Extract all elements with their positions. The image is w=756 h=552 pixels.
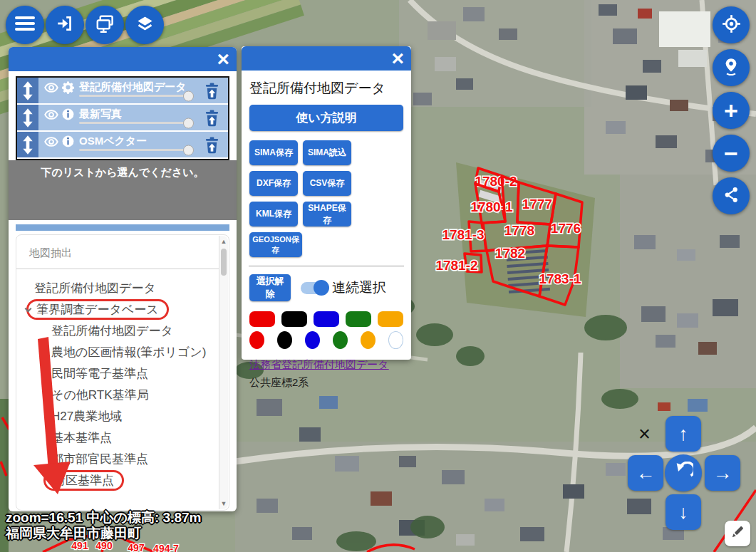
pan-down-button[interactable]: ↓	[666, 494, 701, 530]
parcel-1781-2[interactable]	[465, 254, 482, 272]
reorder-updown-icon[interactable]	[17, 132, 38, 157]
tool-panel-header: ×	[242, 46, 411, 71]
pan-left-button[interactable]: ←	[628, 455, 663, 491]
close-icon[interactable]: ×	[391, 46, 404, 71]
export-button[interactable]: SIMA保存	[249, 140, 298, 165]
layers-button[interactable]	[125, 6, 164, 44]
eye-icon[interactable]	[44, 135, 58, 152]
dataset-list: 登記所備付地図データ筆界調査データベース登記所備付地図データ農地の区画情報(筆ポ…	[16, 269, 229, 491]
slider-knob[interactable]	[183, 90, 194, 101]
arrow-up-icon: ↑	[678, 423, 688, 445]
list-item-label: 農地の区画情報(筆ポリゴン)	[51, 345, 206, 359]
layer-row[interactable]: 最新写真	[17, 105, 228, 132]
continuous-select-toggle[interactable]	[301, 282, 326, 294]
undo-view-button[interactable]	[665, 454, 702, 491]
arrow-left-icon: ←	[636, 462, 656, 484]
arrow-right-icon: →	[713, 462, 732, 484]
trash-upload-icon[interactable]	[204, 83, 220, 103]
close-icon[interactable]: ×	[638, 424, 651, 444]
color-swatch[interactable]	[281, 311, 307, 327]
trash-upload-icon[interactable]	[204, 110, 220, 130]
deselect-button[interactable]: 選択解除	[249, 274, 291, 301]
export-button[interactable]: SIMA読込	[303, 140, 351, 165]
list-item[interactable]: H27農業地域	[16, 406, 229, 427]
info-icon[interactable]	[61, 135, 75, 151]
color-swatches	[249, 311, 403, 327]
list-item[interactable]: 基本基準点	[16, 427, 229, 449]
list-item[interactable]: 農地の区画情報(筆ポリゴン)	[16, 342, 229, 363]
scroll-thumb[interactable]	[221, 249, 227, 276]
list-item[interactable]: 都市部官民基準点	[16, 449, 229, 470]
color-circle[interactable]	[333, 331, 348, 349]
color-circle[interactable]	[305, 331, 320, 349]
menu-icon	[15, 16, 35, 34]
scrollbar[interactable]: ▲ ▼	[219, 236, 228, 509]
list-item[interactable]: 登記所備付地図データ	[16, 321, 229, 342]
list-item[interactable]: 民間等電子基準点	[16, 363, 229, 385]
opacity-slider[interactable]	[79, 95, 194, 97]
eye-icon[interactable]	[44, 80, 58, 98]
export-button[interactable]: SHAPE保存	[303, 202, 351, 226]
opacity-slider[interactable]	[79, 149, 194, 151]
pin-drop-button[interactable]	[713, 49, 750, 86]
list-item[interactable]: 登記所備付地図データ	[16, 278, 229, 299]
close-icon[interactable]: ×	[217, 47, 229, 71]
pan-up-button[interactable]: ↑	[666, 416, 701, 452]
eye-icon[interactable]	[44, 108, 58, 125]
map-extract-card: 地図抽出 登記所備付地図データ筆界調査データベース登記所備付地図データ農地の区画…	[16, 234, 229, 511]
zoom-out-button[interactable]: −	[713, 135, 750, 172]
color-circle[interactable]	[249, 331, 264, 349]
moj-data-link[interactable]: 法務省登記所備付地図データ	[249, 358, 389, 372]
reorder-updown-icon[interactable]	[17, 105, 38, 130]
arrow-down-icon: ↓	[678, 501, 688, 524]
zoom-in-icon: +	[724, 98, 738, 123]
color-swatch[interactable]	[249, 311, 275, 327]
color-circle[interactable]	[361, 331, 376, 349]
slider-knob[interactable]	[183, 118, 194, 128]
gear-icon[interactable]	[61, 80, 75, 97]
list-item-label: 民間等電子基準点	[51, 367, 148, 380]
export-button[interactable]: DXF保存	[249, 171, 298, 196]
layer-list-panel: × 登記所備付地図データ最新写真OSMベクター 下のリストから選んでください。 …	[9, 47, 237, 511]
list-item-label: 筆界調査データベース	[26, 299, 169, 320]
reorder-updown-icon[interactable]	[17, 78, 38, 103]
registry-map-tool-panel: × 登記所備付地図データ 使い方説明 SIMA保存SIMA読込DXF保存CSV保…	[242, 46, 411, 360]
share-button[interactable]	[713, 177, 750, 214]
left-panel-header: ×	[9, 47, 237, 71]
login-icon	[56, 14, 74, 36]
draw-button[interactable]	[725, 521, 750, 546]
opacity-slider[interactable]	[79, 122, 194, 124]
export-button[interactable]: GEOJSON保存	[249, 232, 302, 257]
color-circle[interactable]	[388, 331, 403, 349]
toggle-label: 連続選択	[332, 278, 386, 297]
color-circle[interactable]	[277, 331, 292, 349]
export-button[interactable]: CSV保存	[303, 171, 351, 196]
parcel-1781-3[interactable]	[469, 222, 486, 251]
login-button[interactable]	[46, 6, 84, 44]
layer-name: OSMベクター	[79, 135, 147, 148]
zoom-in-button[interactable]: +	[713, 92, 750, 129]
layer-row[interactable]: OSMベクター	[17, 132, 228, 159]
info-icon[interactable]	[61, 108, 75, 124]
share-icon	[723, 186, 740, 207]
scroll-up-icon[interactable]: ▲	[219, 238, 228, 245]
gps-crosshair-icon	[722, 14, 741, 36]
scroll-down-icon[interactable]: ▼	[219, 500, 228, 507]
list-item[interactable]: その他RTK基準局	[16, 385, 229, 406]
export-buttons: SIMA保存SIMA読込DXF保存CSV保存KML保存SHAPE保存GEOJSO…	[249, 140, 403, 257]
screen-share-button[interactable]	[86, 6, 124, 44]
color-swatch[interactable]	[378, 311, 403, 327]
list-item[interactable]: 筆界調査データベース	[16, 299, 229, 321]
slider-knob[interactable]	[183, 145, 194, 155]
color-swatch[interactable]	[314, 311, 339, 327]
layer-row[interactable]: 登記所備付地図データ	[17, 78, 228, 105]
list-item[interactable]: 街区基準点	[16, 470, 229, 491]
color-swatch[interactable]	[346, 311, 371, 327]
pan-right-button[interactable]: →	[705, 455, 740, 491]
gps-center-button[interactable]	[713, 6, 750, 43]
export-button[interactable]: KML保存	[249, 202, 298, 226]
trash-upload-icon[interactable]	[204, 137, 220, 157]
menu-button[interactable]	[6, 6, 44, 44]
help-button[interactable]: 使い方説明	[249, 105, 403, 131]
collapsed-strip[interactable]	[16, 224, 229, 231]
